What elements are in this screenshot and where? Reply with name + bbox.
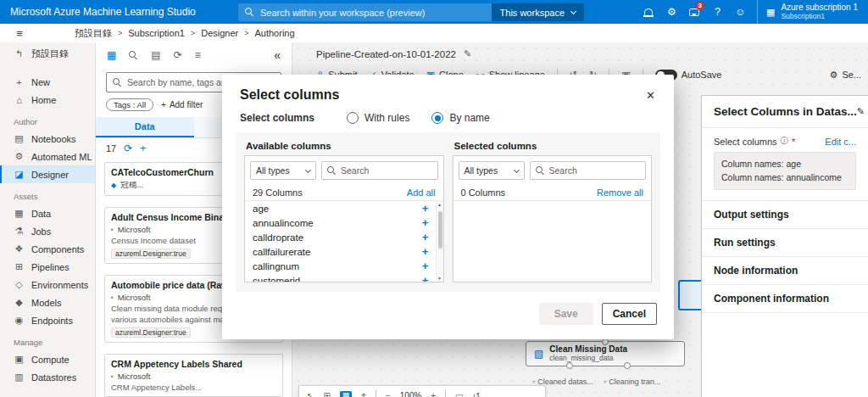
scroll-up-icon[interactable]: ▲ [437,202,443,207]
tags-filter-pill[interactable]: Tags : All [106,98,153,111]
type-filter-dropdown[interactable]: All types [250,161,316,180]
required-asterisk: * [792,137,795,147]
sidebar-item-endpoints[interactable]: ◉ Endpoints [0,311,95,329]
subscription-switcher[interactable]: ▦ Azure subscription 1 Subscription1 [757,0,868,24]
edit-pencil-icon[interactable]: ✎ [857,106,865,117]
scroll-down-icon[interactable]: ▼ [437,276,443,281]
zoom-out-icon[interactable]: − [386,391,391,397]
left-sidebar: ↰ 預設目錄 + New ⌂ Home Author ▤ Notebooks ⚙… [0,42,96,397]
list-view-icon[interactable]: ≡ [195,49,201,61]
section-run-settings[interactable]: Run settings [702,228,868,256]
radio-by-name[interactable]: By name [431,112,489,124]
sidebar-item-environments[interactable]: ◇ Environments [0,276,95,294]
sidebar-directory[interactable]: ↰ 預設目錄 [0,42,95,64]
collapse-panel-icon[interactable]: « [274,48,281,62]
add-column-button[interactable]: + [418,202,433,215]
refresh-icon[interactable]: ⟳ [174,49,182,61]
catalog-icon[interactable]: ▤ [151,49,160,61]
pipelines-icon: ⊞ [14,261,25,272]
bell-icon [644,8,653,16]
search-view-icon[interactable] [129,51,138,60]
available-search-box[interactable] [321,161,438,180]
add-column-button[interactable]: + [418,260,433,272]
selected-count: 0 Columns [461,187,506,198]
type-filter-dropdown[interactable]: All types [459,161,525,180]
menu-icon[interactable]: ≡ [13,27,26,40]
available-search-input[interactable] [341,165,432,176]
frame-select-icon[interactable]: ⊞ [323,391,330,397]
section-output-settings[interactable]: Output settings [702,200,868,228]
output-port[interactable] [624,362,631,369]
section-node-information[interactable]: Node information [702,256,868,284]
settings-button[interactable]: ⚙ [660,0,683,24]
close-icon[interactable]: ✕ [643,87,659,103]
azure-ml-studio: Microsoft Azure Machine Learning Studio … [0,0,868,397]
section-component-information[interactable]: Component information [702,284,868,313]
column-row[interactable]: calldroprate + [245,230,435,244]
remove-all-link[interactable]: Remove all [597,187,643,198]
crosshair-icon[interactable]: ⌖ [361,390,366,397]
selected-search-input[interactable] [549,165,641,176]
sidebar-item-new[interactable]: + New [0,73,95,91]
tab-data[interactable]: Data [96,117,194,137]
sidebar-item-pipelines[interactable]: ⊞ Pipelines [0,258,95,276]
breadcrumb-subscription[interactable]: Subscription1 [128,28,185,38]
smiley-button[interactable]: ☺ [729,0,752,24]
search-scope-dropdown[interactable]: This workspace [492,3,584,21]
add-column-button[interactable]: + [418,231,433,243]
add-asset-icon[interactable]: + [140,143,146,154]
sidebar-item-datastores[interactable]: ▥ Datastores [0,368,95,386]
workspace-search-input[interactable] [260,8,485,18]
breadcrumb-designer[interactable]: Designer [201,28,238,38]
sidebar-item-components[interactable]: ❖ Components [0,240,95,258]
notifications-button[interactable] [637,0,660,24]
workspace-search-field[interactable] [238,3,492,21]
minimap-icon[interactable]: ▦ [340,391,353,397]
cancel-button[interactable]: Cancel [602,303,657,325]
save-button[interactable]: Save [539,303,593,325]
sidebar-item-home[interactable]: ⌂ Home [0,91,95,109]
zoom-in-icon[interactable]: + [431,391,436,397]
sidebar-item-notebooks[interactable]: ▤ Notebooks [0,130,95,148]
radio-with-rules[interactable]: With rules [347,112,409,124]
help-button[interactable]: ? [706,0,729,24]
sidebar-item-automated-ml[interactable]: ⚙ Automated ML [0,148,95,165]
add-column-button[interactable]: + [418,274,433,282]
sidebar-item-jobs[interactable]: ⚗ Jobs [0,222,95,240]
owner-icon: ▪ [111,372,114,380]
asset-card[interactable]: CRM Appetency Labels Shared ▪ Microsoft … [104,354,283,397]
column-row[interactable]: annualincome + [245,215,435,230]
clean-missing-data-node[interactable]: ▧ Clean Missing Data clean_missing_data [526,341,685,366]
sidebar-item-designer[interactable]: ◪ Designer [0,165,95,183]
input-port[interactable] [602,338,609,345]
reset-view-icon[interactable]: ↺ [473,391,480,397]
column-row[interactable]: callingnum + [245,259,435,273]
search-icon [113,78,122,87]
owner-icon: ◆ [111,182,116,189]
settings-button[interactable]: ⚙ Se... [830,70,862,81]
add-all-link[interactable]: Add all [407,187,436,198]
environments-icon: ◇ [14,279,25,290]
data-view-icon[interactable]: ▦ [107,49,116,61]
sidebar-item-compute[interactable]: ▣ Compute [0,350,95,368]
sidebar-item-models[interactable]: ◆ Models [0,294,95,311]
pointer-icon[interactable]: ↖ [307,391,314,397]
add-column-button[interactable]: + [418,216,433,229]
scrollbar[interactable]: ▲ ▼ [436,201,443,282]
chevron-down-icon [305,166,311,172]
add-filter-button[interactable]: + Add filter [161,100,203,109]
column-row[interactable]: age + [245,201,435,215]
add-column-button[interactable]: + [418,245,433,258]
refresh-icon[interactable]: ⟳ [124,143,132,154]
sidebar-item-data[interactable]: ▦ Data [0,204,95,222]
breadcrumb-directory[interactable]: 預設目錄 [75,27,112,40]
scrollbar-thumb[interactable] [438,211,442,249]
fit-view-icon[interactable]: ▭ [455,391,463,397]
selected-search-box[interactable] [530,161,647,180]
edit-columns-link[interactable]: Edit c... [825,137,856,147]
edit-pencil-icon[interactable]: ✎ [464,48,471,59]
column-row[interactable]: callfailurerate + [245,244,435,259]
feedback-button[interactable]: 3 [683,0,706,24]
output-port[interactable] [566,362,573,369]
column-row[interactable]: customerid + [245,273,435,282]
